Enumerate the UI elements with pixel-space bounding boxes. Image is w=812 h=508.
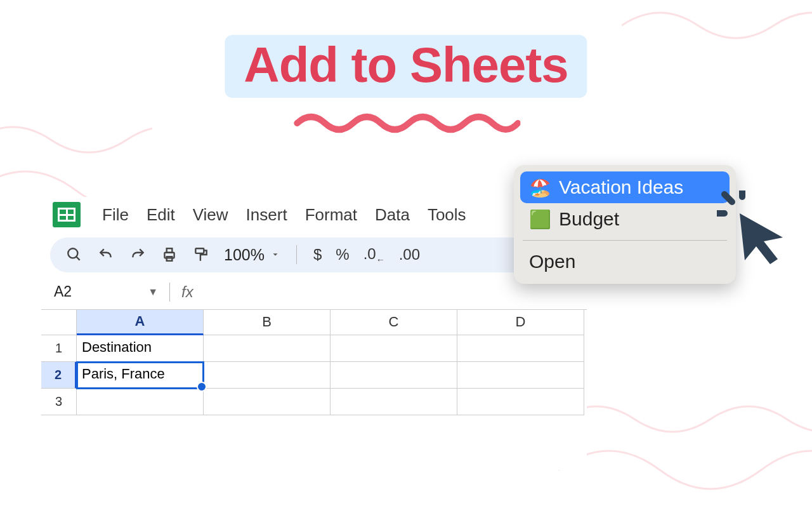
cell-c1[interactable]: [331, 335, 457, 362]
increase-decimals-button[interactable]: .00: [399, 246, 420, 264]
cell-a2[interactable]: Paris, France: [77, 362, 204, 389]
name-box[interactable]: A2 ▼: [50, 283, 158, 300]
zoom-dropdown[interactable]: 100%: [224, 246, 280, 264]
zoom-value: 100%: [224, 246, 265, 264]
svg-line-6: [724, 194, 732, 202]
column-header-a[interactable]: A: [77, 310, 204, 335]
menu-format[interactable]: Format: [305, 205, 357, 225]
select-all-corner[interactable]: [41, 310, 77, 335]
sheets-logo-icon: [53, 202, 81, 227]
cell-b1[interactable]: [204, 335, 331, 362]
chevron-down-icon: [271, 250, 280, 259]
chevron-down-icon: ▼: [148, 286, 158, 298]
green-square-icon: 🟩: [529, 209, 551, 230]
menu-edit[interactable]: Edit: [147, 205, 175, 225]
menu-data[interactable]: Data: [375, 205, 410, 225]
menu-separator: [523, 240, 727, 241]
column-header-d[interactable]: D: [457, 310, 584, 335]
row-header-2[interactable]: 2: [41, 362, 77, 389]
cell-d1[interactable]: [457, 335, 584, 362]
spreadsheet-grid: A B C D 1 Destination 2 Paris, France 3: [41, 309, 587, 415]
menu-insert[interactable]: Insert: [246, 205, 287, 225]
decorative-wave: [622, 0, 812, 76]
column-header-c[interactable]: C: [331, 310, 457, 335]
undo-icon[interactable]: [97, 246, 115, 264]
cursor-click-icon: [717, 190, 793, 269]
menubar: File Edit View Insert Format Data Tools: [41, 197, 587, 234]
context-menu-item-label: Budget: [559, 208, 619, 230]
svg-rect-3: [167, 249, 173, 253]
row-header-3[interactable]: 3: [41, 389, 77, 415]
column-header-b[interactable]: B: [204, 310, 331, 335]
print-icon[interactable]: [160, 246, 178, 264]
search-icon[interactable]: [65, 246, 83, 264]
cell-a1[interactable]: Destination: [77, 335, 204, 362]
row-header-1[interactable]: 1: [41, 335, 77, 362]
percent-button[interactable]: %: [336, 246, 349, 264]
grid-row: 3: [41, 389, 587, 415]
currency-button[interactable]: $: [313, 246, 322, 264]
divider: [169, 283, 170, 302]
cell-d3[interactable]: [457, 389, 584, 415]
cell-b3[interactable]: [204, 389, 331, 415]
context-menu-item-label: Vacation Ideas: [559, 177, 683, 198]
decrease-decimals-button[interactable]: .0←: [363, 245, 385, 265]
context-menu-item-open[interactable]: Open: [520, 246, 730, 277]
context-menu-item-budget[interactable]: 🟩 Budget: [520, 203, 730, 235]
context-menu: 🏖️ Vacation Ideas 🟩 Budget Open: [514, 165, 736, 284]
menu-view[interactable]: View: [193, 205, 228, 225]
cell-d2[interactable]: [457, 362, 584, 389]
svg-line-1: [76, 257, 79, 260]
cell-b2[interactable]: [204, 362, 331, 389]
grid-row: 1 Destination: [41, 335, 587, 362]
redo-icon[interactable]: [129, 246, 147, 264]
context-menu-item-vacation-ideas[interactable]: 🏖️ Vacation Ideas: [520, 171, 730, 203]
fx-label: fx: [181, 283, 193, 301]
menu-file[interactable]: File: [102, 205, 129, 225]
menu-tools[interactable]: Tools: [428, 205, 466, 225]
toolbar: 100% $ % .0← .00: [50, 237, 578, 272]
page-title-wrap: Add to Sheets: [225, 35, 587, 136]
beach-umbrella-icon: 🏖️: [529, 177, 551, 198]
decorative-wave: [558, 394, 812, 508]
cell-c3[interactable]: [331, 389, 457, 415]
sheets-window: File Edit View Insert Format Data Tools …: [41, 197, 587, 470]
context-menu-item-label: Open: [529, 251, 575, 272]
title-squiggle: [225, 109, 587, 136]
svg-rect-5: [195, 249, 204, 254]
column-header-row: A B C D: [41, 310, 587, 335]
formula-bar-row: A2 ▼ fx: [41, 272, 587, 308]
toolbar-divider: [296, 245, 297, 264]
paint-format-icon[interactable]: [192, 246, 210, 264]
decrease-decimals-label: .0: [363, 245, 376, 262]
cell-a3[interactable]: [77, 389, 204, 415]
grid-row: 2 Paris, France: [41, 362, 587, 389]
svg-point-0: [68, 249, 77, 258]
cell-c2[interactable]: [331, 362, 457, 389]
page-title: Add to Sheets: [225, 35, 587, 98]
name-box-value: A2: [54, 283, 72, 300]
